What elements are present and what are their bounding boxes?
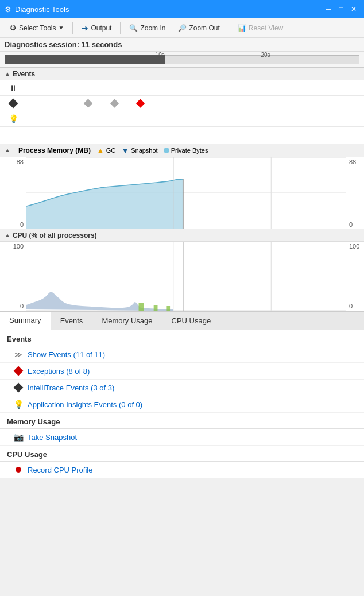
toolbar-divider-3 bbox=[229, 22, 229, 34]
collapse-events-icon[interactable]: ▲ bbox=[5, 71, 10, 77]
app-insights-lightbulb-icon: 💡 bbox=[14, 400, 23, 409]
toolbar-divider-2 bbox=[120, 22, 121, 34]
minimize-button[interactable]: ─ bbox=[323, 3, 334, 15]
timeline-filled bbox=[5, 55, 165, 64]
memory-y-max-right: 88 bbox=[349, 158, 364, 165]
memory-y-labels-right: 88 0 bbox=[347, 157, 364, 229]
zoom-in-button[interactable]: 🔍 Zoom In bbox=[124, 22, 171, 34]
timeline-10s: 10s bbox=[156, 52, 165, 58]
cpu-section-header: ▲ CPU (% of all processors) bbox=[0, 229, 364, 242]
event-track-diamonds bbox=[26, 96, 353, 111]
close-button[interactable]: ✕ bbox=[348, 3, 359, 15]
exception-diamond-icon bbox=[14, 366, 23, 376]
gc-icon: ▲ bbox=[96, 146, 104, 155]
bar-chart-icon: 📊 bbox=[238, 24, 246, 32]
summary-cpu-title: CPU Usage bbox=[0, 446, 364, 462]
event-row-lightbulb: 💡 bbox=[0, 111, 364, 127]
arrow-right-icon: ➜ bbox=[82, 24, 88, 33]
cpu-y-min: 0 bbox=[0, 303, 26, 309]
pause-icon: ⏸ bbox=[9, 83, 17, 92]
tab-summary[interactable]: Summary bbox=[0, 312, 51, 330]
take-snapshot-item[interactable]: 📷 Take Snapshot bbox=[0, 429, 364, 446]
collapse-memory-icon[interactable]: ▲ bbox=[5, 147, 10, 153]
maximize-button[interactable]: □ bbox=[335, 3, 347, 15]
diamond-black-icon bbox=[9, 99, 18, 109]
events-chart: ⏸ bbox=[0, 80, 364, 144]
gear-icon: ⚙ bbox=[5, 5, 11, 14]
svg-rect-11 bbox=[139, 303, 144, 311]
lightbulb-icon: 💡 bbox=[9, 114, 18, 123]
zoom-out-icon: 🔍 bbox=[178, 24, 187, 32]
event-right-border-2 bbox=[353, 96, 364, 111]
window-title: Diagnostic Tools bbox=[15, 5, 69, 14]
title-bar: ⚙ Diagnostic Tools ─ □ ✕ bbox=[0, 0, 364, 18]
cpu-chart-area: 100 0 100 0 bbox=[0, 242, 364, 311]
collapse-cpu-icon[interactable]: ▲ bbox=[5, 232, 10, 238]
cpu-y-labels-left: 100 0 bbox=[0, 242, 26, 311]
event-right-border-3 bbox=[353, 111, 364, 126]
intellitrace-diamond-icon bbox=[14, 383, 23, 392]
private-bytes-icon bbox=[164, 148, 169, 153]
tab-bar: Summary Events Memory Usage CPU Usage bbox=[0, 312, 364, 330]
zoom-in-icon: 🔍 bbox=[129, 24, 138, 32]
memory-chart-canvas bbox=[26, 157, 346, 229]
event-marker-2 bbox=[111, 100, 118, 107]
timeline-ruler: 10s 20s bbox=[0, 52, 364, 68]
summary-content: Events ≫ Show Events (11 of 11) Exceptio… bbox=[0, 330, 364, 478]
title-bar-left: ⚙ Diagnostic Tools bbox=[5, 5, 69, 14]
private-bytes-legend: Private Bytes bbox=[164, 147, 208, 154]
app-insights-item[interactable]: 💡 Application Insights Events (0 of 0) bbox=[0, 396, 364, 413]
record-cpu-icon bbox=[14, 465, 23, 474]
select-tools-button[interactable]: ⚙ Select Tools ▼ bbox=[5, 21, 69, 34]
title-bar-controls: ─ □ ✕ bbox=[323, 3, 359, 15]
show-events-icon: ≫ bbox=[14, 350, 23, 359]
cpu-y-max-right: 100 bbox=[349, 243, 364, 250]
diamond-icon-col bbox=[0, 100, 26, 107]
events-section-header: ▲ Events bbox=[0, 68, 364, 80]
lightbulb-icon-col: 💡 bbox=[0, 114, 26, 123]
tab-memory-usage[interactable]: Memory Usage bbox=[92, 312, 162, 330]
event-row-pause: ⏸ bbox=[0, 80, 364, 96]
memory-y-min-right: 0 bbox=[349, 221, 364, 228]
svg-rect-13 bbox=[166, 306, 170, 311]
reset-view-button[interactable]: 📊 Reset View bbox=[233, 22, 288, 34]
event-track-lightbulb bbox=[26, 111, 353, 126]
gear-icon: ⚙ bbox=[10, 24, 17, 32]
event-marker-red bbox=[137, 100, 144, 107]
charts-area: ▲ Events ⏸ bbox=[0, 68, 364, 311]
zoom-out-button[interactable]: 🔍 Zoom Out bbox=[173, 22, 224, 34]
toolbar: ⚙ Select Tools ▼ ➜ Output 🔍 Zoom In 🔍 Zo… bbox=[0, 18, 364, 38]
cpu-y-min-right: 0 bbox=[349, 303, 364, 309]
cpu-y-max: 100 bbox=[0, 243, 26, 250]
intellitrace-item[interactable]: IntelliTrace Events (3 of 3) bbox=[0, 380, 364, 396]
event-marker-1 bbox=[85, 100, 91, 107]
event-track-pause bbox=[26, 80, 353, 95]
camera-icon: 📷 bbox=[14, 432, 23, 442]
tab-events[interactable]: Events bbox=[51, 312, 93, 330]
memory-y-labels-left: 88 0 bbox=[0, 157, 26, 229]
snapshot-legend: ▼ Snapshot bbox=[121, 146, 157, 155]
memory-y-min: 0 bbox=[0, 221, 26, 228]
toolbar-divider bbox=[72, 22, 73, 34]
event-row-diamonds bbox=[0, 96, 364, 111]
record-cpu-item[interactable]: Record CPU Profile bbox=[0, 462, 364, 478]
pause-icon-col: ⏸ bbox=[0, 83, 26, 92]
svg-rect-12 bbox=[154, 305, 158, 311]
memory-chart-area: 88 0 88 0 bbox=[0, 157, 364, 229]
snapshot-icon: ▼ bbox=[121, 146, 129, 155]
exceptions-item[interactable]: Exceptions (8 of 8) bbox=[0, 363, 364, 380]
memory-section-header: ▲ Process Memory (MB) ▲ GC ▼ Snapshot Pr… bbox=[0, 144, 364, 157]
gc-legend: ▲ GC bbox=[96, 146, 115, 155]
cpu-chart-canvas bbox=[26, 242, 346, 311]
memory-y-max: 88 bbox=[0, 158, 26, 165]
chevron-down-icon: ▼ bbox=[58, 25, 64, 31]
cpu-y-labels-right: 100 0 bbox=[347, 242, 364, 311]
show-events-item[interactable]: ≫ Show Events (11 of 11) bbox=[0, 346, 364, 363]
event-right-border bbox=[353, 80, 364, 95]
bottom-panel: Summary Events Memory Usage CPU Usage Ev… bbox=[0, 311, 364, 478]
summary-memory-title: Memory Usage bbox=[0, 413, 364, 429]
timeline-20s: 20s bbox=[261, 52, 270, 58]
tab-cpu-usage[interactable]: CPU Usage bbox=[162, 312, 221, 330]
summary-events-title: Events bbox=[0, 330, 364, 346]
output-button[interactable]: ➜ Output bbox=[76, 21, 117, 35]
